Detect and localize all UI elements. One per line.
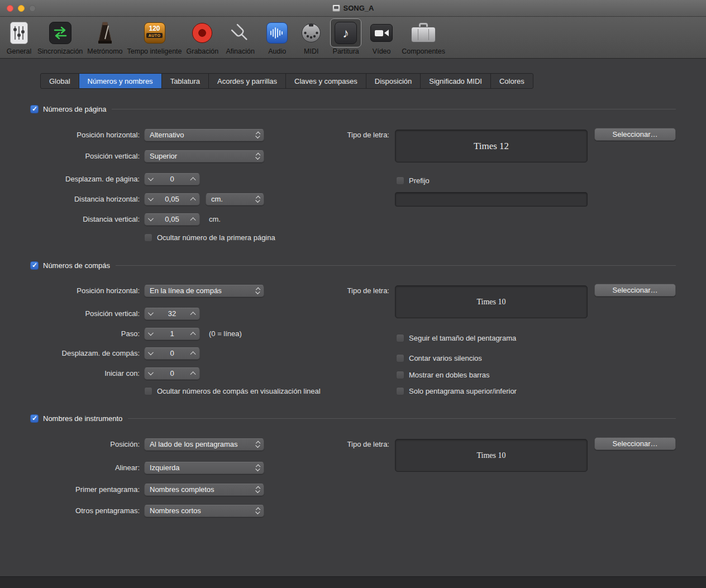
page-numbers-checkbox[interactable] [30,105,39,113]
start-with-stepper[interactable]: 0 [144,367,200,380]
tab-claves-y-compases[interactable]: Claves y compases [286,74,366,88]
follow-staff-size-checkbox[interactable] [396,334,404,342]
increment-chevron-icon[interactable] [190,371,195,376]
decrement-chevron-icon[interactable] [149,217,154,222]
page-font-select-button[interactable]: Seleccionar… [594,128,676,141]
field-label: Distancia vertical: [0,215,140,223]
instrument-names-checkbox[interactable] [30,414,39,423]
decrement-chevron-icon[interactable] [149,351,154,356]
instrument-align-select[interactable]: Izquierda [144,462,264,474]
top-bottom-staff-checkbox[interactable] [396,387,404,395]
show-double-bars-checkbox[interactable] [396,371,404,379]
page-offset-stepper[interactable]: 0 [144,173,200,185]
bar-horizontal-position-select[interactable]: En la línea de compás [144,285,264,297]
toolbar-label: Sincronización [37,47,83,56]
distance-unit-select[interactable]: cm. [206,193,264,205]
updown-chevrons-icon [256,152,261,161]
decrement-chevron-icon[interactable] [149,176,154,181]
updown-chevrons-icon [256,506,261,515]
section-page-numbers-header: Números de página [30,104,676,113]
section-divider [116,265,676,266]
checkbox-label: Mostrar en dobles barras [409,371,490,379]
section-title: Nombres de instrumento [43,414,122,423]
minimize-button[interactable] [18,5,25,12]
window-title: SONG_A [344,4,374,12]
bar-numbers-checkbox[interactable] [30,261,39,270]
field-label: Posición horizontal: [0,286,140,295]
increment-chevron-icon[interactable] [190,351,195,356]
first-staff-names-select[interactable]: Nombres completos [144,484,264,496]
toolbar-item-general[interactable]: General [3,18,35,56]
checkbox-label: Seguir el tamaño del pentagrama [409,334,516,342]
increment-chevron-icon[interactable] [190,197,195,202]
checkbox-label: Ocultar números de compás en visualizaci… [157,387,321,395]
close-button[interactable] [7,5,13,12]
increment-chevron-icon[interactable] [190,311,195,316]
vertical-distance-stepper[interactable]: 0,05 [144,213,200,226]
bar-offset-stepper[interactable]: 0 [144,347,200,360]
section-title: Números de compás [43,261,110,270]
font-label: Tipo de letra: [300,286,389,295]
tab-colores[interactable]: Colores [491,74,533,88]
field-label: Distancia horizontal: [0,195,140,203]
checkbox-label: Ocultar número de la primera página [157,233,275,242]
increment-chevron-icon[interactable] [190,331,195,336]
instrument-font-select-button[interactable]: Seleccionar… [594,437,676,450]
instrument-position-select[interactable]: Al lado de los pentagramas [144,438,264,451]
toolbar-item-grabacion[interactable]: Grabación [185,18,221,56]
increment-chevron-icon[interactable] [190,217,195,222]
decrement-chevron-icon[interactable] [149,371,154,376]
bar-font-preview: Times 10 [395,285,588,318]
tab-significado-midi[interactable]: Significado MIDI [421,74,491,88]
updown-chevrons-icon [256,485,261,494]
field-label: Paso: [0,329,140,338]
section-divider [128,418,676,419]
bar-vertical-position-stepper[interactable]: 32 [144,308,200,320]
step-hint-label: (0 = línea) [209,329,242,338]
page-horizontal-position-select[interactable]: Alternativo [144,129,264,141]
instrument-font-preview: Times 10 [395,439,588,472]
toolbar-item-audio[interactable]: Audio [260,18,294,56]
updown-chevrons-icon [256,440,261,449]
toolbar-item-metronomo[interactable]: Metrónomo [85,18,124,56]
tab-numeros-y-nombres[interactable]: Números y nombres [79,74,162,88]
tab-disposicion[interactable]: Disposición [366,74,421,88]
score-settings-tabs: Global Números y nombres Tablatura Acord… [40,73,533,89]
field-label: Alinear: [0,463,140,472]
score-note-icon: ♪ [335,22,357,44]
toolbar-item-afinacion[interactable]: Afinación [221,18,259,56]
tab-acordes-y-parrillas[interactable]: Acordes y parrillas [209,74,286,88]
decrement-chevron-icon[interactable] [149,311,154,316]
tab-tablatura[interactable]: Tablatura [162,74,209,88]
toolbar-item-componentes[interactable]: Componentes [400,18,447,56]
field-label: Posición horizontal: [0,131,140,139]
toolbar-label: Grabación [187,47,219,56]
toolbar-item-tempo-inteligente[interactable]: 120 AUTO Tempo inteligente [126,18,184,56]
section-divider [112,109,676,109]
checkbox-label: Prefijo [409,176,430,185]
toolbar-item-video[interactable]: Vídeo [364,18,399,56]
page-vertical-position-select[interactable]: Superior [144,150,264,162]
audio-waveform-icon [266,22,288,44]
section-title: Números de página [43,105,106,113]
horizontal-distance-stepper[interactable]: 0,05 [144,193,200,205]
count-multi-rests-checkbox[interactable] [396,354,404,362]
toolbar-item-partitura[interactable]: ♪ Partitura [328,18,363,56]
step-stepper[interactable]: 1 [144,328,200,340]
toolbar-label: Metrónomo [87,47,122,56]
hide-linear-checkbox[interactable] [144,387,152,395]
suitcase-icon [411,22,436,44]
toolbar-item-sincronizacion[interactable]: Sincronización [36,18,84,56]
section-bar-numbers-header: Números de compás [30,261,676,270]
increment-chevron-icon[interactable] [190,176,195,181]
decrement-chevron-icon[interactable] [149,197,154,202]
other-staves-names-select[interactable]: Nombres cortos [144,505,264,517]
decrement-chevron-icon[interactable] [149,331,154,336]
prefix-input[interactable] [395,192,588,207]
toolbar-item-midi[interactable]: MIDI [295,18,327,56]
tab-global[interactable]: Global [41,74,79,88]
bar-font-select-button[interactable]: Seleccionar… [594,284,676,297]
prefix-checkbox[interactable] [396,176,404,185]
field-label: Posición vertical: [0,309,140,318]
hide-first-page-checkbox[interactable] [144,233,152,242]
